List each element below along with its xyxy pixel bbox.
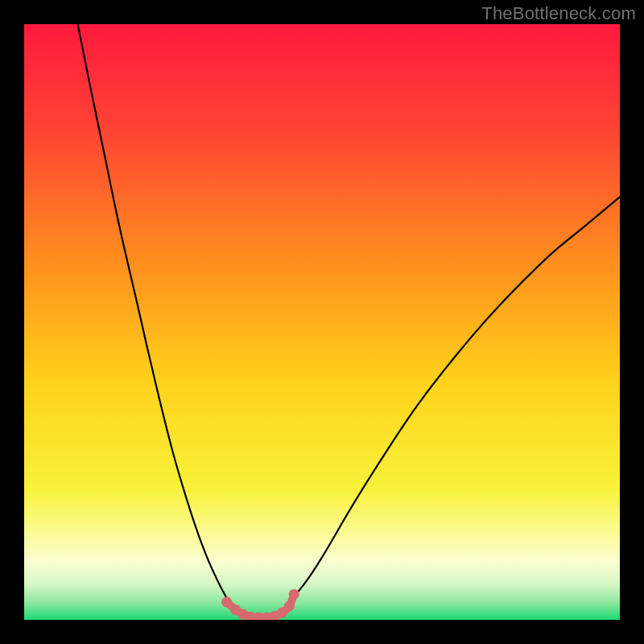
- marker-bottom-beads: [289, 589, 299, 600]
- chart-canvas: [24, 24, 620, 620]
- marker-bottom-beads: [284, 601, 295, 611]
- marker-bottom-beads: [221, 597, 232, 607]
- chart-frame: TheBottleneck.com: [0, 0, 644, 644]
- plot-area: [24, 24, 620, 620]
- watermark-text: TheBottleneck.com: [481, 3, 636, 24]
- gradient-background: [24, 24, 620, 620]
